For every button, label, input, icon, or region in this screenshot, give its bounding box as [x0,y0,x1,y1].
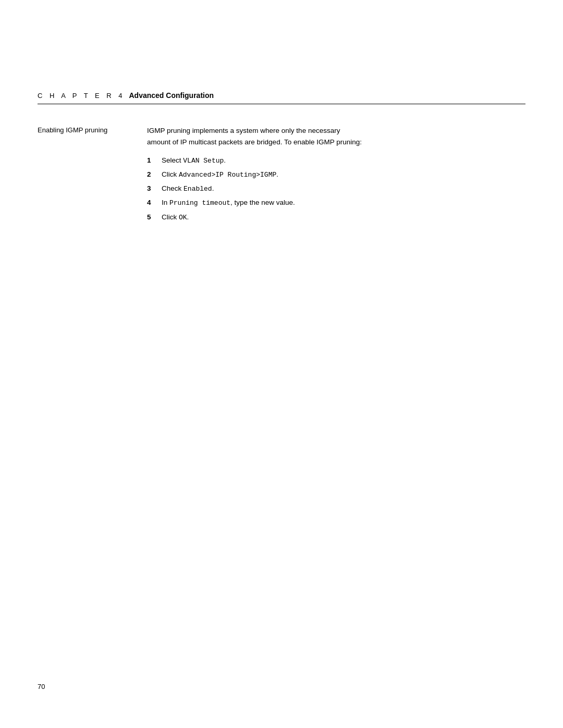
step-number-4: 4 [147,197,160,209]
step-number-2: 2 [147,169,160,181]
step-code-4: Pruning timeout [169,199,230,207]
step-code-3: Enabled [183,185,212,193]
step-1: 1 Select VLAN Setup. [147,155,525,167]
step-text-3: Check Enabled. [162,183,525,195]
step-code-1: VLAN Setup [183,157,224,165]
step-code-5: OK [179,214,187,221]
step-text-4: In Pruning timeout, type the new value. [162,197,525,209]
chapter-header-line: C H A P T E R 4 Advanced Configuration [38,91,525,104]
step-4: 4 In Pruning timeout, type the new value… [147,197,525,209]
chapter-header: C H A P T E R 4 Advanced Configuration [38,91,525,104]
section-row: Enabling IGMP pruning IGMP pruning imple… [38,125,525,226]
step-5: 5 Click OK. [147,212,525,224]
chapter-title: Advanced Configuration [129,91,214,100]
section-content: IGMP pruning implements a system where o… [147,125,525,226]
step-text-5: Click OK. [162,212,525,224]
step-code-2: Advanced>IP Routing>IGMP [179,171,276,179]
step-number-5: 5 [147,212,160,224]
section-label: Enabling IGMP pruning [38,125,147,134]
step-text-1: Select VLAN Setup. [162,155,525,167]
steps-list: 1 Select VLAN Setup. 2 Click Advanced>IP… [147,155,525,223]
step-number-1: 1 [147,155,160,167]
page: C H A P T E R 4 Advanced Configuration E… [0,0,563,728]
chapter-label: C H A P T E R 4 [38,92,125,100]
page-number: 70 [38,683,45,690]
step-text-2: Click Advanced>IP Routing>IGMP. [162,169,525,181]
content-area: Enabling IGMP pruning IGMP pruning imple… [38,125,525,236]
step-number-3: 3 [147,183,160,195]
step-3: 3 Check Enabled. [147,183,525,195]
step-2: 2 Click Advanced>IP Routing>IGMP. [147,169,525,181]
intro-text: IGMP pruning implements a system where o… [147,125,525,147]
